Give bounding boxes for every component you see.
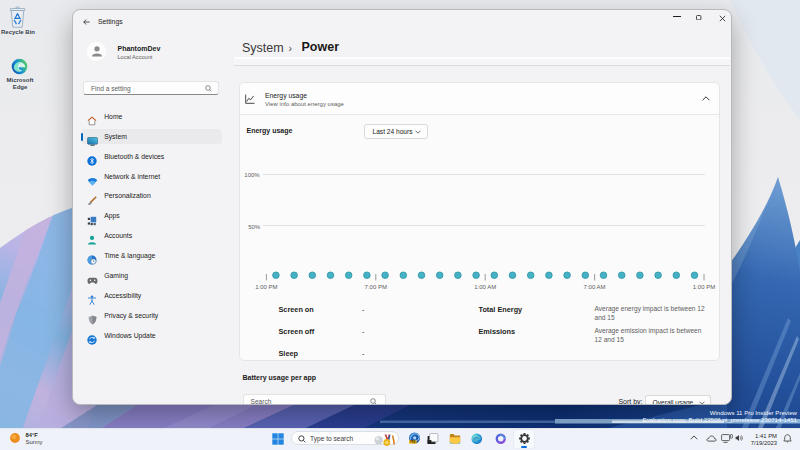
svg-text:PRE: PRE: [410, 440, 416, 444]
svg-text:100%: 100%: [244, 172, 260, 178]
svg-text:1:00 AM: 1:00 AM: [474, 284, 496, 290]
svg-text:1:00 PM: 1:00 PM: [255, 284, 277, 290]
svg-text:50%: 50%: [248, 223, 261, 229]
svg-text:1:00 PM: 1:00 PM: [692, 284, 714, 290]
svg-text:7:00 PM: 7:00 PM: [364, 284, 386, 290]
svg-text:7:00 AM: 7:00 AM: [583, 284, 605, 290]
